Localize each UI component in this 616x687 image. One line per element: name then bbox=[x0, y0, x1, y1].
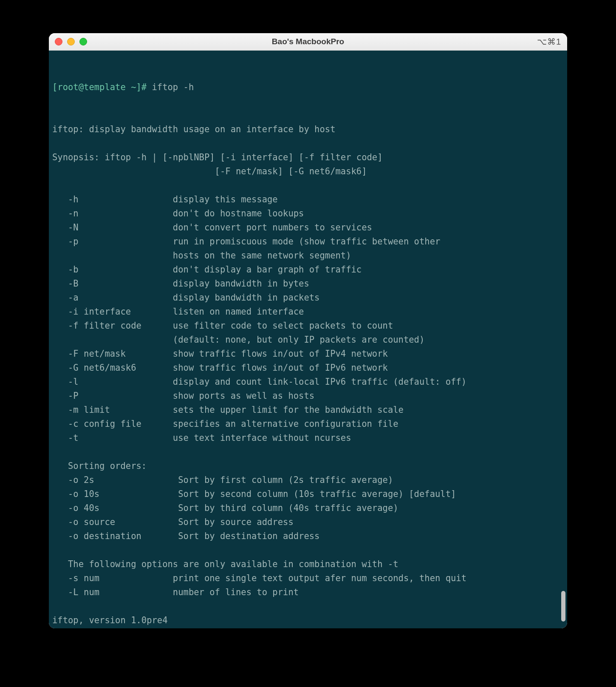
titlebar[interactable]: Bao's MacbookPro ⌥⌘1 bbox=[49, 33, 567, 51]
output-line: -n don't do hostname lookups bbox=[52, 207, 565, 221]
output-line: -o 40s Sort by third column (40s traffic… bbox=[52, 501, 565, 515]
output-line: -p run in promiscuous mode (show traffic… bbox=[52, 235, 565, 249]
output-line bbox=[52, 136, 565, 150]
output-line: -s num print one single text output afer… bbox=[52, 571, 565, 585]
output-line: -o source Sort by source address bbox=[52, 515, 565, 529]
output-line: Sorting orders: bbox=[52, 459, 565, 473]
output-line: [-F net/mask] [-G net6/mask6] bbox=[52, 165, 565, 179]
window-shortcut: ⌥⌘1 bbox=[537, 37, 561, 47]
output-line: -N don't convert port numbers to service… bbox=[52, 221, 565, 235]
minimize-button[interactable] bbox=[67, 38, 75, 45]
output-line: -t use text interface without ncurses bbox=[52, 431, 565, 445]
output-line: -m limit sets the upper limit for the ba… bbox=[52, 403, 565, 417]
output-line: -o destination Sort by destination addre… bbox=[52, 529, 565, 543]
window-title: Bao's MacbookPro bbox=[49, 37, 567, 46]
output-line: -c config file specifies an alternative … bbox=[52, 417, 565, 431]
close-button[interactable] bbox=[55, 38, 62, 45]
output-line: -L num number of lines to print bbox=[52, 585, 565, 599]
output-line: -o 10s Sort by second column (10s traffi… bbox=[52, 487, 565, 501]
command-output: iftop: display bandwidth usage on an int… bbox=[52, 122, 565, 628]
output-line: -l display and count link-local IPv6 tra… bbox=[52, 375, 565, 389]
output-line: -h display this message bbox=[52, 193, 565, 207]
output-line: -a display bandwidth in packets bbox=[52, 291, 565, 305]
output-line: The following options are only available… bbox=[52, 557, 565, 571]
zoom-button[interactable] bbox=[79, 38, 87, 45]
output-line: -G net6/mask6 show traffic flows in/out … bbox=[52, 361, 565, 375]
output-line: -F net/mask show traffic flows in/out of… bbox=[52, 347, 565, 361]
command-line-1: [root@template ~]# iftop -h bbox=[52, 80, 565, 94]
scrollbar-thumb[interactable] bbox=[561, 591, 565, 622]
output-line: iftop, version 1.0pre4 bbox=[52, 613, 565, 627]
command-text: iftop -h bbox=[152, 82, 194, 92]
output-line: hosts on the same network segment) bbox=[52, 249, 565, 263]
terminal-window: Bao's MacbookPro ⌥⌘1 [root@template ~]# … bbox=[49, 33, 567, 628]
output-line: -P show ports as well as hosts bbox=[52, 389, 565, 403]
output-line: (default: none, but only IP packets are … bbox=[52, 333, 565, 347]
output-line: -b don't display a bar graph of traffic bbox=[52, 263, 565, 277]
output-line: -B display bandwidth in bytes bbox=[52, 277, 565, 291]
terminal-viewport[interactable]: [root@template ~]# iftop -h iftop: displ… bbox=[49, 51, 567, 628]
output-line: -i interface listen on named interface bbox=[52, 305, 565, 319]
output-line bbox=[52, 543, 565, 557]
output-line: copyright (c) 2002 Paul Warren <pdw@ex-p… bbox=[52, 627, 565, 628]
output-line: -f filter code use filter code to select… bbox=[52, 319, 565, 333]
traffic-lights bbox=[55, 38, 87, 45]
output-line bbox=[52, 179, 565, 193]
output-line bbox=[52, 445, 565, 459]
output-line bbox=[52, 599, 565, 613]
output-line: -o 2s Sort by first column (2s traffic a… bbox=[52, 473, 565, 487]
output-line: iftop: display bandwidth usage on an int… bbox=[52, 122, 565, 136]
output-line: Synopsis: iftop -h | [-npblNBP] [-i inte… bbox=[52, 150, 565, 165]
shell-prompt: [root@template ~]# bbox=[52, 82, 152, 92]
